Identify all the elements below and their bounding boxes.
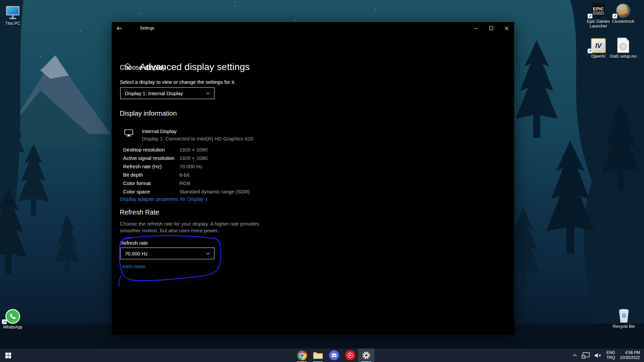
windows-logo-icon (5, 353, 11, 358)
close-button[interactable] (499, 22, 514, 34)
openiv-logo-text: IV (595, 42, 602, 50)
settings-gear-icon (362, 351, 370, 359)
desktop-icon-label: Gta5 setup.iso (607, 54, 639, 59)
recycle-bin-icon: ♻ (608, 306, 640, 323)
display-adapter-properties-link[interactable]: Display adapter properties for Display 1 (120, 196, 208, 202)
table-row: Bit depth 8-bit (123, 171, 250, 179)
desktop-icon-label: Clustertruck (607, 19, 639, 24)
refresh-rate-dropdown[interactable]: 70.000 Hz (120, 247, 215, 259)
tray-language-switcher[interactable]: ENG TRQ (604, 349, 618, 362)
taskbar-app-discord[interactable] (326, 349, 342, 362)
youtube-music-icon (345, 350, 355, 360)
desktop: This PC EPIC GAMES Epic Games Launcher C… (0, 0, 644, 362)
table-row: Color format RGB (123, 179, 250, 187)
maximize-icon (489, 26, 493, 30)
epic-logo-subtext: GAMES (593, 12, 604, 14)
epic-logo-text: EPIC (593, 6, 604, 11)
tray-chevron-up[interactable] (571, 349, 579, 362)
back-arrow-icon (117, 26, 122, 31)
table-row: Refresh rate (Hz) 70.000 Hz (123, 162, 250, 171)
taskbar-app-file-explorer[interactable] (310, 349, 326, 362)
display-info-table: Desktop resolution 644 × 362 Active si… (123, 145, 250, 196)
close-icon (505, 26, 508, 30)
window-title: Settings (140, 26, 154, 31)
start-button[interactable] (0, 349, 16, 362)
discord-icon (329, 350, 339, 360)
desktop-icon-label: Recycle Bin (608, 324, 640, 329)
disc-image-file-icon (607, 36, 639, 53)
refresh-rate-field-label: Refresh rate (120, 240, 148, 246)
device-name: Internal Display (142, 128, 253, 134)
display-select-dropdown[interactable]: Display 1: Internal Display (120, 87, 215, 99)
tray-network[interactable] (579, 349, 592, 362)
minimize-icon (474, 26, 478, 30)
taskbar-app-settings[interactable] (358, 349, 374, 362)
desktop-icon-label: WhatsApp (0, 325, 29, 329)
clustertruck-icon (607, 1, 639, 18)
this-pc-icon (0, 3, 29, 20)
device-connection: Display 1: Connected to Intel(R) HD Grap… (142, 136, 253, 141)
whatsapp-icon (0, 307, 29, 324)
desktop-icon-gta5-setup-iso[interactable]: Gta5 setup.iso (607, 36, 639, 59)
shortcut-arrow-icon (588, 49, 592, 53)
choose-display-heading: Choose display (120, 64, 166, 71)
chevron-up-icon (573, 354, 577, 357)
desktop-icon-recycle-bin[interactable]: ♻ Recycle Bin (608, 306, 640, 329)
network-icon (582, 352, 590, 359)
refresh-rate-heading: Refresh Rate (120, 208, 159, 216)
language-primary: ENG (606, 350, 615, 355)
display-information-heading: Display information (120, 110, 177, 117)
settings-window: Settings Advanced display settings Choos… (112, 22, 514, 335)
refresh-rate-value: 70.000 Hz (125, 251, 148, 256)
refresh-rate-description: Choose the refresh rate for your display… (120, 221, 271, 234)
chrome-icon (297, 351, 307, 360)
tray-clock[interactable]: 4:56 PM 10/30/2022 (618, 349, 644, 362)
volume-mute-icon (594, 353, 602, 358)
monitor-icon (124, 129, 133, 141)
desktop-icon-clustertruck[interactable]: Clustertruck (607, 1, 639, 24)
titlebar: Settings (112, 22, 514, 34)
taskbar: ENG TRQ 4:56 PM 10/30/2022 (0, 349, 644, 362)
chevron-down-icon (206, 92, 210, 95)
taskbar-app-youtube-music[interactable] (342, 349, 358, 362)
tray-volume[interactable] (592, 349, 604, 362)
learn-more-link[interactable]: Learn more (120, 263, 146, 269)
shortcut-arrow-icon (612, 14, 617, 18)
table-row: Desktop resolution 644 × 362 (123, 145, 250, 154)
clock-time: 4:56 PM (625, 350, 640, 355)
taskbar-app-chrome[interactable] (294, 349, 310, 362)
desktop-icon-label: This PC (0, 21, 29, 26)
shortcut-arrow-icon (2, 319, 7, 324)
clock-date: 10/30/2022 (620, 355, 640, 360)
minimize-button[interactable] (468, 22, 483, 34)
desktop-icon-this-pc[interactable]: This PC (0, 3, 29, 26)
desktop-icon-whatsapp[interactable]: WhatsApp (0, 307, 29, 329)
choose-display-description: Select a display to view or change the s… (120, 79, 235, 85)
language-secondary: TRQ (606, 355, 615, 360)
svg-text:♻: ♻ (621, 313, 626, 319)
back-button[interactable] (112, 22, 127, 34)
display-select-value: Display 1: Internal Display (125, 90, 183, 96)
table-row: Active signal resolution 644 × 362 (123, 154, 250, 162)
shortcut-arrow-icon (588, 14, 592, 18)
chevron-down-icon (206, 252, 210, 255)
maximize-button[interactable] (483, 22, 499, 34)
table-row: Color space Standard dynamic range (SDR) (123, 187, 250, 196)
file-explorer-icon (313, 351, 323, 360)
